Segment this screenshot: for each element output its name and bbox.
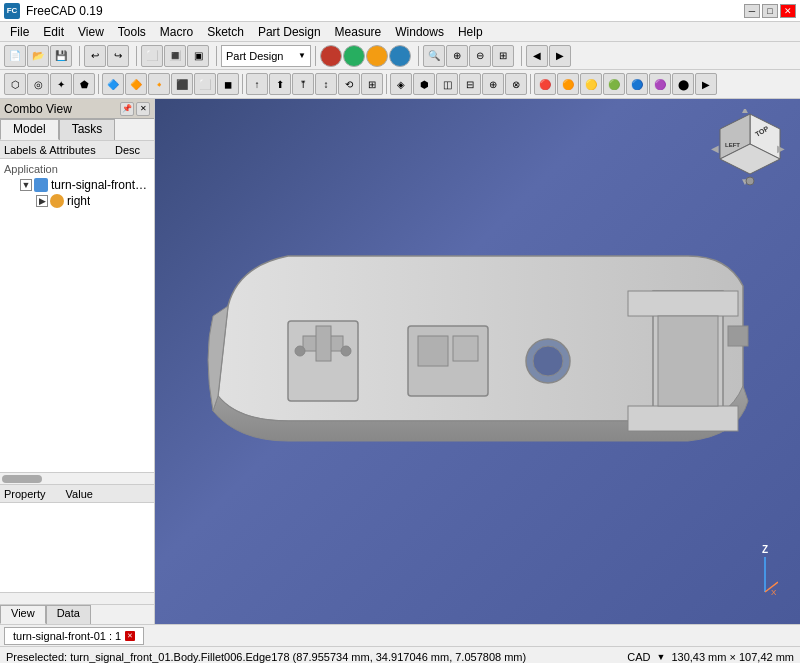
tool-14[interactable]: ↕ [315,73,337,95]
forward-button[interactable]: ▶ [549,45,571,67]
redo-button[interactable]: ↪ [107,45,129,67]
tab-data[interactable]: Data [46,605,91,624]
tool-30[interactable]: ▶ [695,73,717,95]
workbench-dropdown[interactable]: Part Design ▼ [221,45,311,67]
combo-view-header: Combo View 📌 ✕ [0,99,154,119]
maximize-button[interactable]: □ [762,4,778,18]
close-button[interactable]: ✕ [780,4,796,18]
tree-expand-part[interactable]: ▶ [36,195,48,207]
arrow-toolbar: ◀ ▶ [526,45,571,67]
tool-02[interactable]: ◎ [27,73,49,95]
tool-20[interactable]: ⊟ [459,73,481,95]
menu-sketch[interactable]: Sketch [201,23,250,41]
tool-16[interactable]: ⊞ [361,73,383,95]
tool-10[interactable]: ◼ [217,73,239,95]
tool-25[interactable]: 🟡 [580,73,602,95]
tool-17[interactable]: ◈ [390,73,412,95]
tool-19[interactable]: ◫ [436,73,458,95]
tool-08[interactable]: ⬛ [171,73,193,95]
tool-29[interactable]: ⬤ [672,73,694,95]
menu-windows[interactable]: Windows [389,23,450,41]
tool-09[interactable]: ⬜ [194,73,216,95]
tree-expand-doc[interactable]: ▼ [20,179,32,191]
bottom-tab-file[interactable]: turn-signal-front-01 : 1 ✕ [4,627,144,645]
tree-section-label: Application [0,161,154,177]
tool-22[interactable]: ⊗ [505,73,527,95]
menu-part-design[interactable]: Part Design [252,23,327,41]
tool-06[interactable]: 🔶 [125,73,147,95]
tree-header: Labels & Attributes Desc [0,141,154,159]
tree-col-labels: Labels & Attributes [4,144,115,156]
tool-27[interactable]: 🔵 [626,73,648,95]
panel-close-button[interactable]: ✕ [136,102,150,116]
tree-col-desc: Desc [115,144,150,156]
zoom-fit[interactable]: 🔍 [423,45,445,67]
view-toolbar: ⬜ 🔳 ▣ [141,45,209,67]
edit-toolbar: ↩ ↪ [84,45,129,67]
tool-18[interactable]: ⬢ [413,73,435,95]
tool-04[interactable]: ⬟ [73,73,95,95]
menu-macro[interactable]: Macro [154,23,199,41]
undo-button[interactable]: ↩ [84,45,106,67]
tool-07[interactable]: 🔸 [148,73,170,95]
3d-model [198,236,758,516]
tool-01[interactable]: ⬡ [4,73,26,95]
tool-11[interactable]: ↑ [246,73,268,95]
tab-tasks[interactable]: Tasks [59,119,116,140]
menu-edit[interactable]: Edit [37,23,70,41]
menu-view[interactable]: View [72,23,110,41]
dropdown-indicator: ▼ [656,652,665,662]
color-blue[interactable] [389,45,411,67]
open-button[interactable]: 📂 [27,45,49,67]
minimize-button[interactable]: ─ [744,4,760,18]
view2-button[interactable]: 🔳 [164,45,186,67]
left-panel: Combo View 📌 ✕ Model Tasks Labels & Attr… [0,99,155,624]
tree-scrollbar[interactable] [0,472,154,484]
color-red[interactable] [320,45,342,67]
menu-help[interactable]: Help [452,23,489,41]
color-green[interactable] [343,45,365,67]
menu-file[interactable]: File [4,23,35,41]
zoom-in[interactable]: ⊕ [446,45,468,67]
tool-21[interactable]: ⊕ [482,73,504,95]
tree-scroll-thumb[interactable] [2,475,42,483]
tool-05[interactable]: 🔷 [102,73,124,95]
panel-float-button[interactable]: 📌 [120,102,134,116]
toolbar-sep5 [418,46,419,66]
tool-13[interactable]: ⤒ [292,73,314,95]
zoom-sel[interactable]: ⊞ [492,45,514,67]
save-button[interactable]: 💾 [50,45,72,67]
menu-tools[interactable]: Tools [112,23,152,41]
tab-view[interactable]: View [0,605,46,624]
toolbar-sep3 [216,46,217,66]
tree-item-part[interactable]: ▶ right [0,193,154,209]
nav-cube[interactable]: TOP LEFT ▲ ▼ ◀ ▶ [710,109,790,189]
color-yellow[interactable] [366,45,388,67]
tab-model[interactable]: Model [0,119,59,140]
dropdown-arrow: ▼ [298,51,306,60]
tool-12[interactable]: ⬆ [269,73,291,95]
new-button[interactable]: 📄 [4,45,26,67]
view3-button[interactable]: ▣ [187,45,209,67]
cad-mode: CAD [627,651,650,663]
toolbar2-sep4 [530,74,531,94]
view1-button[interactable]: ⬜ [141,45,163,67]
color-toolbar [320,45,411,67]
tool-03[interactable]: ✦ [50,73,72,95]
viewport[interactable]: TOP LEFT ▲ ▼ ◀ ▶ Z X [155,99,800,624]
zoom-out[interactable]: ⊖ [469,45,491,67]
property-panel: Property Value [0,484,154,604]
tool-23[interactable]: 🔴 [534,73,556,95]
tool-15[interactable]: ⟲ [338,73,360,95]
combo-view-tabs: Model Tasks [0,119,154,141]
property-scrollbar[interactable] [0,592,154,604]
tree-item-doc[interactable]: ▼ turn-signal-front-01 [0,177,154,193]
tool-28[interactable]: 🟣 [649,73,671,95]
tree-area: Application ▼ turn-signal-front-01 ▶ rig… [0,159,154,472]
tool-24[interactable]: 🟠 [557,73,579,95]
tab-close-button[interactable]: ✕ [125,631,135,641]
menu-measure[interactable]: Measure [329,23,388,41]
back-button[interactable]: ◀ [526,45,548,67]
tool-26[interactable]: 🟢 [603,73,625,95]
window-controls: ─ □ ✕ [744,4,796,18]
